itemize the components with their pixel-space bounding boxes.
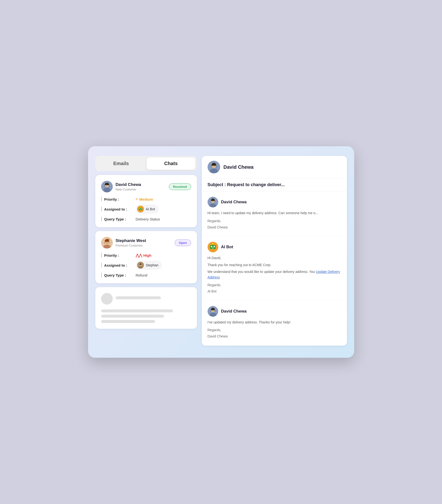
- msg1-sender: David Chewa: [221, 200, 247, 205]
- subject-bar: Subject : Request to change deliver...: [202, 178, 347, 191]
- card2-query-value: Refund: [136, 273, 147, 277]
- assignee-avatar-stephan: [137, 262, 144, 269]
- card1-assigned-label: Assigned to :: [104, 207, 136, 211]
- field-indicator: [101, 197, 102, 202]
- msg2-sender: AI Bot: [221, 245, 233, 249]
- skeleton-line-2: [101, 315, 164, 318]
- card2-query-row: Query Type : Refund: [101, 273, 191, 278]
- right-panel: David Chewa Subject : Request to change …: [202, 156, 347, 346]
- skeleton-line-3: [101, 320, 155, 323]
- main-layout: Emails Chats: [95, 156, 347, 346]
- card2-priority-value: ⋀⋀ High: [136, 253, 151, 258]
- card2-header: Stephanie West Premium Customer Open: [101, 237, 191, 248]
- field-indicator: [101, 273, 102, 278]
- msg3-sender: David Chewa: [221, 309, 247, 314]
- card2-fields: Priority : ⋀⋀ High Assigned to :: [101, 253, 191, 278]
- svg-point-2: [104, 188, 110, 192]
- message-header-1: David Chewa: [208, 197, 341, 208]
- card1-badge: Resolved: [169, 183, 191, 190]
- tabs-container: Emails Chats: [95, 156, 197, 171]
- svg-point-10: [140, 207, 141, 208]
- message-item-3: David Chewa I've updated my delivery add…: [202, 301, 347, 346]
- card1-header: David Chewa New Customer Resolved: [101, 181, 191, 192]
- card1-fields: Priority : ≡ Medium Assigned to :: [101, 197, 191, 221]
- subject-text: Subject : Request to change deliver...: [208, 182, 285, 187]
- svg-point-29: [212, 243, 214, 245]
- field-indicator: [101, 217, 102, 221]
- priority-medium-icon: ≡: [136, 197, 138, 201]
- card2-user-name: Stephanie West: [116, 238, 146, 243]
- field-indicator: [101, 207, 102, 211]
- card-david-chewa[interactable]: David Chewa New Customer Resolved Priori…: [95, 175, 197, 227]
- msg3-avatar: [208, 306, 218, 317]
- msg1-body: Hi team, I need to update my delivery ad…: [208, 210, 341, 230]
- svg-rect-26: [213, 246, 215, 247]
- tab-chats[interactable]: Chats: [147, 157, 196, 170]
- field-indicator: [101, 253, 102, 258]
- svg-rect-27: [212, 248, 214, 248]
- card-stephanie-west[interactable]: Stephanie West Premium Customer Open Pri…: [95, 231, 197, 283]
- card2-assigned-value: Stephan: [136, 261, 162, 270]
- card1-priority-row: Priority : ≡ Medium: [101, 197, 191, 202]
- svg-rect-24: [210, 245, 216, 249]
- card1-query-value: Delivery Status: [136, 217, 160, 221]
- msg2-avatar: [208, 242, 218, 252]
- skeleton-name: [116, 296, 161, 299]
- svg-rect-6: [139, 208, 140, 209]
- svg-rect-7: [141, 208, 142, 209]
- card1-assigned-value: AI Bot: [136, 205, 158, 214]
- card1-user-name: David Chewa: [116, 182, 141, 187]
- tab-emails[interactable]: Emails: [97, 157, 146, 170]
- card2-badge: Open: [175, 240, 191, 246]
- card2-user-info: Stephanie West Premium Customer: [116, 238, 146, 247]
- message-item-1: David Chewa Hi team, I need to update my…: [202, 191, 347, 236]
- left-panel: Emails Chats: [95, 156, 197, 346]
- message-header-2: AI Bot: [208, 242, 341, 252]
- right-panel-header: David Chewa: [202, 156, 347, 178]
- right-header-avatar: [208, 161, 220, 173]
- card2-assigned-label: Assigned to :: [104, 263, 136, 267]
- card1-query-row: Query Type : Delivery Status: [101, 217, 191, 221]
- msg1-avatar: [208, 197, 218, 208]
- message-item-2: AI Bot Hi David, Thank you for reaching …: [202, 236, 347, 300]
- card1-priority-label: Priority :: [104, 197, 136, 201]
- card1-user-info: David Chewa New Customer: [116, 182, 141, 191]
- assignee-chip-stephan: Stephan: [136, 261, 162, 270]
- skeleton-card: [95, 287, 197, 329]
- assignee-chip-aibot: AI Bot: [136, 205, 158, 214]
- right-header-username: David Chewa: [223, 164, 254, 170]
- field-indicator: [101, 263, 102, 268]
- message-header-3: David Chewa: [208, 306, 341, 317]
- card1-priority-value: ≡ Medium: [136, 197, 153, 201]
- skeleton-line-1: [101, 309, 173, 312]
- assignee-avatar-aibot: [137, 206, 144, 212]
- update-delivery-link[interactable]: Update Delivery Address: [208, 270, 340, 279]
- card2-user-type: Premium Customer: [116, 244, 146, 247]
- priority-high-icon: ⋀⋀: [136, 253, 142, 258]
- avatar-stephanie: [101, 237, 113, 248]
- card1-assigned-row: Assigned to :: [101, 205, 191, 214]
- msg3-body: I've updated my delivery address. Thanks…: [208, 320, 341, 339]
- card2-priority-label: Priority :: [104, 253, 136, 258]
- svg-rect-5: [139, 208, 142, 210]
- msg2-body: Hi David, Thank you for reaching out to …: [208, 255, 341, 294]
- svg-rect-25: [211, 246, 212, 247]
- avatar-david: [101, 181, 113, 192]
- card2-assigned-row: Assigned to :: [101, 261, 191, 270]
- card1-user-type: New Customer: [116, 188, 141, 191]
- card2-priority-row: Priority : ⋀⋀ High: [101, 253, 191, 258]
- app-container: Emails Chats: [88, 146, 354, 358]
- card1-query-label: Query Type :: [104, 217, 136, 221]
- card2-query-label: Query Type :: [104, 273, 136, 277]
- skeleton-avatar: [101, 293, 113, 305]
- svg-rect-8: [140, 209, 141, 210]
- skeleton-lines: [101, 309, 191, 323]
- messages-list: David Chewa Hi team, I need to update my…: [202, 191, 347, 346]
